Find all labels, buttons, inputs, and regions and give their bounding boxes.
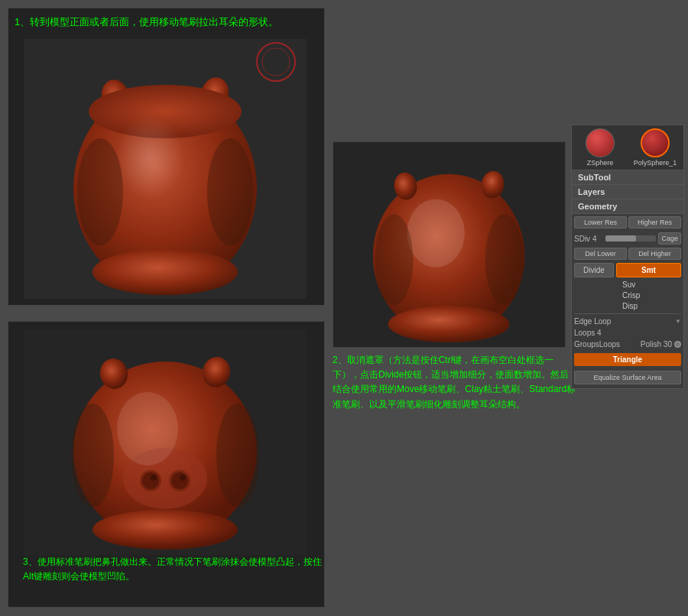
edge-loop-row: Edge Loop ▼: [572, 316, 683, 327]
zsphere-thumb-item[interactable]: ZSphere: [574, 128, 626, 167]
loops-row: Loops 4: [572, 327, 683, 339]
suv-option[interactable]: Suv: [619, 280, 681, 290]
svg-point-30: [180, 475, 186, 481]
svg-point-23: [92, 510, 238, 550]
sdiv-slider[interactable]: [605, 235, 656, 242]
svg-point-6: [92, 249, 238, 295]
higher-res-button[interactable]: Higher Res: [628, 216, 681, 229]
pig-model-bottom: [24, 329, 307, 555]
sdiv-row: SDiv 4 Cage: [572, 231, 683, 246]
svg-point-27: [151, 475, 157, 481]
triangle-button[interactable]: Triangle: [574, 353, 681, 366]
divide-button[interactable]: Divide: [574, 263, 614, 277]
crisp-option[interactable]: Crisp: [619, 290, 681, 300]
svg-point-15: [388, 306, 510, 342]
step3-instruction: 3、使用标准笔刷把鼻孔做出来。正常情况下笔刷涂抹会使模型凸起，按住Alt键雕刻则…: [23, 555, 325, 584]
subtool-header[interactable]: SubTool: [572, 170, 683, 185]
polish-circle: [674, 341, 681, 348]
polish-label: Polish 30: [641, 340, 672, 349]
loops-label: Loops 4: [574, 329, 681, 337]
triangle-row: Triangle: [572, 350, 683, 368]
disp-option[interactable]: Disp: [619, 301, 681, 311]
pig-model-center: [333, 142, 565, 347]
svg-point-29: [171, 472, 188, 489]
divider-1: [574, 313, 681, 314]
edge-down-icon: ▼: [675, 318, 681, 325]
polysphere-thumb-item[interactable]: PolySphere_1: [629, 128, 681, 167]
cage-button[interactable]: Cage: [658, 232, 681, 245]
svg-point-9: [77, 138, 123, 245]
top-left-panel: 1、转到模型正面或者后面，使用移动笔刷拉出耳朵的形状。: [8, 8, 325, 306]
zsphere-label: ZSphere: [587, 159, 614, 167]
svg-point-8: [115, 115, 184, 199]
smt-options: Suv Crisp Disp: [572, 279, 683, 312]
del-row: Del Lower Del Higher: [572, 246, 683, 261]
step2-instruction: 2、取消遮罩（方法是按住Ctrl键，在画布空白处框选一下），点击Divide按钮…: [333, 353, 577, 412]
svg-point-18: [485, 214, 524, 305]
center-model-panel: [333, 141, 566, 348]
right-panel: ZSphere PolySphere_1 SubTool Layers Geom…: [571, 125, 684, 389]
svg-point-26: [142, 472, 159, 489]
res-row: Lower Res Higher Res: [572, 214, 683, 231]
geometry-header[interactable]: Geometry: [572, 199, 683, 214]
groups-loops-row: GroupsLoops Polish 30: [572, 339, 683, 350]
divide-row: Divide Smt: [572, 261, 683, 279]
lower-res-button[interactable]: Lower Res: [574, 216, 627, 229]
svg-point-16: [407, 199, 464, 267]
svg-point-33: [216, 404, 259, 507]
pig-model-top: [24, 39, 307, 299]
groups-loops-label: GroupsLoops: [574, 340, 638, 349]
svg-point-32: [71, 404, 114, 507]
del-higher-button[interactable]: Del Higher: [628, 248, 681, 260]
sdiv-label: SDiv 4: [574, 235, 603, 243]
svg-point-10: [207, 138, 253, 245]
equalize-button[interactable]: Equalize Surface Area: [574, 371, 681, 384]
polysphere-sphere: [641, 128, 670, 157]
svg-point-17: [375, 214, 414, 305]
del-lower-button[interactable]: Del Lower: [574, 248, 627, 260]
layers-header[interactable]: Layers: [572, 185, 683, 199]
polysphere-label: PolySphere_1: [634, 159, 677, 167]
zsphere-sphere: [586, 128, 615, 157]
equalize-row: Equalize Surface Area: [572, 368, 683, 388]
svg-point-31: [117, 392, 178, 465]
edge-loop-label: Edge Loop: [574, 317, 673, 326]
step1-instruction: 1、转到模型正面或者后面，使用移动笔刷拉出耳朵的形状。: [15, 15, 318, 30]
subtool-thumbs-row: ZSphere PolySphere_1: [572, 125, 683, 170]
smt-button[interactable]: Smt: [616, 263, 681, 277]
